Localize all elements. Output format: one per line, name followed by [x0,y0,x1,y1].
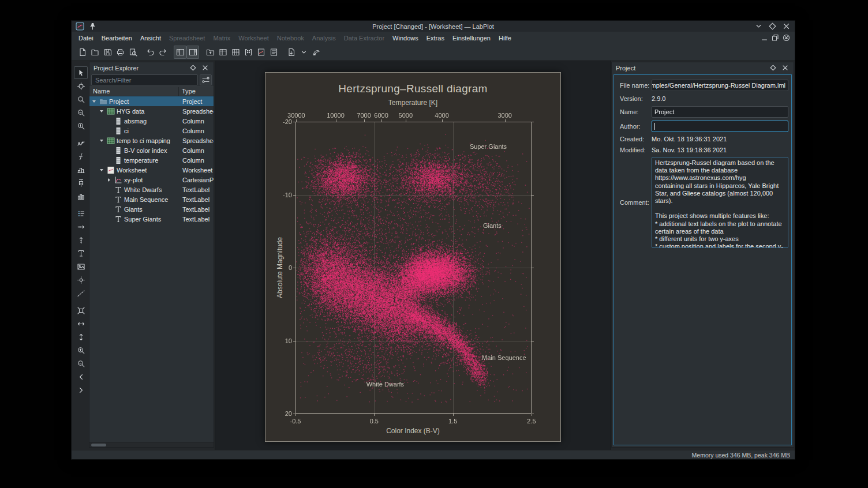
zoom-out-button[interactable] [74,357,88,370]
add-boxplot-button[interactable] [74,177,88,189]
horizontal-scrollbar[interactable] [89,442,214,447]
column-header-type[interactable]: Type [179,87,214,96]
add-custom-point-button[interactable] [74,273,88,286]
plot-annotation-super-giants[interactable]: Super Giants [470,143,507,150]
add-histogram-button[interactable] [74,163,88,176]
tree-row-temp-to-ci-mapping[interactable]: temp to ci mappingSpreadsheet [89,136,214,145]
menu-hilfe[interactable]: Hilfe [495,33,515,43]
filter-options-button[interactable] [200,74,212,85]
tree-row-absmag[interactable]: absmagColumn [89,116,214,126]
redo-button[interactable] [156,46,169,59]
menu-spreadsheet[interactable]: Spreadsheet [165,33,209,43]
author-input[interactable] [652,121,788,132]
menu-einstellungen[interactable]: Einstellungen [448,33,495,43]
auto-scale-button[interactable] [74,304,88,317]
import-file-button[interactable] [285,46,297,59]
shift-right-x-button[interactable] [74,384,88,396]
plot-annotation-white-dwarfs[interactable]: White Dwarfs [366,381,404,388]
new-matrix-button[interactable] [242,46,255,59]
tree-row-xy-plot[interactable]: xy-plotCartesianPlot [89,175,214,185]
tree-row-ci[interactable]: ciColumn [89,126,214,136]
menu-windows[interactable]: Windows [388,33,422,43]
tree-row-giants[interactable]: GiantsTextLabel [89,204,214,214]
hr-diagram-canvas[interactable] [290,116,537,419]
tree-row-b-v-color-index[interactable]: B-V color indexColumn [89,145,214,155]
expander-open-icon[interactable] [98,140,104,142]
tree-row-project[interactable]: ProjectProject [89,96,214,106]
expander-open-icon[interactable] [98,169,104,171]
float-panel-button[interactable] [189,63,197,72]
add-equation-curve-button[interactable] [74,150,88,163]
expander-open-icon[interactable] [91,100,97,103]
menu-extras[interactable]: Extras [422,33,448,43]
menu-data-extractor[interactable]: Data Extractor [340,33,388,43]
new-spreadsheet-button[interactable] [229,46,242,59]
new-project-button[interactable] [76,46,88,59]
column-header-name[interactable]: Name [89,87,179,96]
menu-datei[interactable]: Datei [74,33,98,43]
properties-panel-header[interactable]: Project [612,62,794,73]
float-properties-button[interactable] [769,63,777,72]
worksheet-page[interactable]: Hertzsprung–Russell diagram Temperature … [265,72,561,442]
new-note-button[interactable] [267,46,280,59]
menu-ansicht[interactable]: Ansicht [136,33,165,43]
new-worksheet-button[interactable] [255,46,267,59]
undo-button[interactable] [144,46,156,59]
project-explorer-header[interactable]: Project Explorer [89,62,214,73]
add-text-label-button[interactable] [74,247,88,260]
zoom-x-select-mode-button[interactable] [74,106,88,119]
add-xy-curve-button[interactable] [74,137,88,149]
crosshair-mode-button[interactable] [74,80,88,92]
close-window-button[interactable] [782,22,791,31]
title-bar[interactable]: Project [Changed] - [Worksheet] — LabPlo… [72,21,795,32]
print-button[interactable] [114,46,126,59]
menu-worksheet[interactable]: Worksheet [234,33,272,43]
tree-row-super-giants[interactable]: Super GiantsTextLabel [89,214,214,224]
auto-scale-x-button[interactable] [74,317,88,330]
new-live-data-button[interactable] [310,46,323,59]
zoom-y-select-mode-button[interactable] [74,119,88,132]
maximize-diamond-button[interactable] [768,22,777,31]
comment-textarea[interactable]: Hertzsprung-Russel diagram based on the … [652,157,788,248]
file-name-input[interactable]: lot/data/examples/General/Hertzsprung-Ru… [652,80,788,91]
add-barplot-button[interactable] [74,190,88,202]
add-legend-button[interactable] [74,207,88,220]
plot-annotation-main-sequence[interactable]: Main Sequence [482,354,526,361]
tree-row-main-sequence[interactable]: Main SequenceTextLabel [89,194,214,204]
close-properties-button[interactable] [781,63,790,72]
tree-row-temperature[interactable]: temperatureColumn [89,155,214,165]
auto-scale-y-button[interactable] [74,331,88,343]
menu-matrix[interactable]: Matrix [209,33,234,43]
mdi-minimize-button[interactable] [760,33,769,42]
add-reference-line-button[interactable] [74,287,88,299]
tree-row-hyg-data[interactable]: HYG dataSpreadsheet [89,106,214,116]
worksheet-view[interactable]: Hertzsprung–Russell diagram Temperature … [215,61,611,450]
mdi-close-button[interactable] [782,33,791,42]
close-panel-button[interactable] [201,63,209,72]
save-project-button[interactable] [101,46,114,59]
shift-left-x-button[interactable] [74,370,88,383]
add-vertical-axis-button[interactable] [74,234,88,246]
plot-annotation-giants[interactable]: Giants [483,222,502,229]
tree-row-worksheet[interactable]: WorksheetWorksheet [89,165,214,175]
add-horizontal-axis-button[interactable] [74,220,88,233]
expander-open-icon[interactable] [98,110,104,112]
toggle-project-explorer-button[interactable] [174,46,186,59]
import-dropdown-caret-button[interactable] [297,46,310,59]
expander-closed-icon[interactable] [106,178,112,182]
print-preview-button[interactable] [126,46,139,59]
scrollbar-thumb[interactable] [91,444,106,446]
mdi-restore-button[interactable] [771,33,780,42]
select-mouse-mode-button[interactable] [74,66,88,79]
chevron-down-button[interactable] [754,22,763,31]
tree-column-headers[interactable]: Name Type [89,87,214,96]
zoom-in-button[interactable] [74,344,88,356]
search-input[interactable]: Search/Filter [91,74,198,85]
menu-notebook[interactable]: Notebook [273,33,308,43]
tree-row-white-dwarfs[interactable]: White DwarfsTextLabel [89,185,214,194]
pin-icon[interactable] [88,22,97,31]
open-project-button[interactable] [88,46,101,59]
project-name-input[interactable]: Project [652,106,788,118]
toggle-properties-explorer-button[interactable] [186,46,199,59]
zoom-select-mode-button[interactable] [74,93,88,106]
